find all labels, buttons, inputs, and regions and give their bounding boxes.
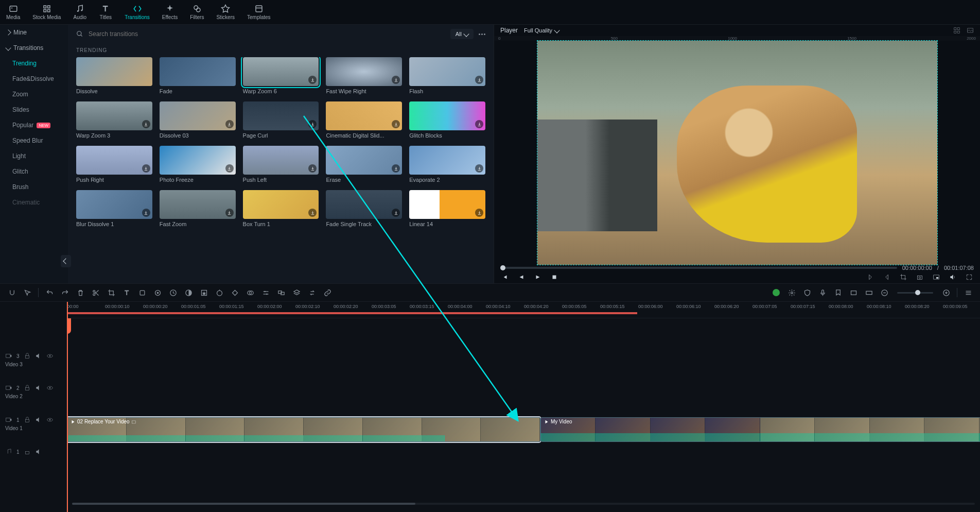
grid-2x2-icon[interactable] <box>953 27 960 34</box>
transition-item-cinematic-digital-slid[interactable]: Cinematic Digital Slid... <box>326 101 402 139</box>
track-header-video3[interactable]: 3 Video 3 <box>0 350 66 382</box>
download-icon[interactable] <box>308 164 317 173</box>
lock-icon[interactable] <box>24 352 31 360</box>
mic-icon[interactable] <box>816 286 829 299</box>
transition-thumb[interactable] <box>160 57 236 86</box>
transition-thumb[interactable] <box>160 146 236 175</box>
eye-icon[interactable] <box>46 384 54 391</box>
sidebar-item-popular[interactable]: PopularNEW <box>0 117 68 133</box>
zoom-slider[interactable] <box>897 292 933 294</box>
sidebar-item-light[interactable]: Light <box>0 148 68 164</box>
eye-icon[interactable] <box>46 416 54 423</box>
gear-icon[interactable] <box>785 286 798 299</box>
track-audio1[interactable] <box>67 446 980 460</box>
tab-media[interactable]: Media <box>0 0 26 24</box>
sidebar-item-speed-blur[interactable]: Speed Blur <box>0 133 68 148</box>
download-icon[interactable] <box>142 120 150 128</box>
playhead-handle[interactable] <box>67 318 71 334</box>
transition-thumb[interactable] <box>76 101 152 130</box>
shield-icon[interactable] <box>800 286 814 299</box>
fit-icon[interactable] <box>862 286 876 299</box>
search-input[interactable] <box>89 30 445 38</box>
mute-icon[interactable] <box>35 448 42 455</box>
transition-thumb[interactable] <box>326 146 402 175</box>
transition-thumb[interactable] <box>243 57 319 86</box>
clip-my-video[interactable]: My Video <box>540 417 980 442</box>
speed-icon[interactable] <box>166 286 180 299</box>
transition-item-photo-freeze[interactable]: Photo Freeze <box>160 146 236 183</box>
transition-item-linear-14[interactable]: Linear 14 <box>409 190 485 227</box>
video-preview[interactable] <box>494 41 980 265</box>
sidebar-item-brush[interactable]: Brush <box>0 179 68 195</box>
timer-icon[interactable] <box>213 286 226 299</box>
transition-thumb[interactable] <box>409 101 485 130</box>
download-icon[interactable] <box>308 76 317 84</box>
timeline-main[interactable]: 00:0000:00:00:1000:00:00:2000:00:01:0500… <box>67 302 980 512</box>
pip-icon[interactable] <box>932 272 941 282</box>
effect-icon[interactable] <box>197 286 211 299</box>
transition-item-warp-zoom-3[interactable]: Warp Zoom 3 <box>76 101 152 139</box>
transition-thumb[interactable] <box>76 146 152 175</box>
list-view-icon[interactable] <box>961 286 975 299</box>
text-tool-icon[interactable] <box>120 286 133 299</box>
hscroll-thumb[interactable] <box>72 503 415 505</box>
track-header-audio1[interactable]: 1 Audio 1 <box>0 446 66 460</box>
transition-thumb[interactable] <box>160 101 236 130</box>
play-reverse-button[interactable] <box>517 272 526 282</box>
transition-thumb[interactable] <box>76 190 152 219</box>
tab-audio[interactable]: Audio <box>67 0 93 24</box>
transition-thumb[interactable] <box>409 146 485 175</box>
redo-icon[interactable] <box>58 286 72 299</box>
transition-thumb[interactable] <box>243 101 319 130</box>
more-options-icon[interactable] <box>479 33 485 35</box>
sidebar-item-fade-dissolve[interactable]: Fade&Dissolve <box>0 71 68 87</box>
mask-icon[interactable] <box>243 286 257 299</box>
color-icon[interactable] <box>182 286 195 299</box>
tab-stickers[interactable]: Stickers <box>210 0 241 24</box>
tab-titles[interactable]: Titles <box>93 0 118 24</box>
delete-icon[interactable] <box>74 286 87 299</box>
sidebar-item-zoom[interactable]: Zoom <box>0 87 68 102</box>
quality-dropdown[interactable]: Full Quality <box>524 27 559 33</box>
transition-thumb[interactable] <box>409 57 485 86</box>
transition-thumb[interactable] <box>243 146 319 175</box>
mark-in-button[interactable] <box>866 272 875 282</box>
marker-icon[interactable] <box>831 286 845 299</box>
lock-icon[interactable] <box>24 384 31 391</box>
transition-thumb[interactable] <box>409 190 485 219</box>
timeline-ruler[interactable]: 00:0000:00:00:1000:00:00:2000:00:01:0500… <box>67 302 980 318</box>
lock-icon[interactable] <box>24 448 31 455</box>
sidebar-item-trending[interactable]: Trending <box>0 56 68 71</box>
download-icon[interactable] <box>475 76 483 84</box>
mark-out-button[interactable] <box>882 272 891 282</box>
crop-icon[interactable] <box>899 272 908 282</box>
download-icon[interactable] <box>392 164 400 173</box>
play-button[interactable] <box>533 272 542 282</box>
download-icon[interactable] <box>475 120 483 128</box>
crop-tool-icon[interactable] <box>104 286 118 299</box>
download-icon[interactable] <box>475 164 483 173</box>
tab-effects[interactable]: Effects <box>156 0 184 24</box>
transition-thumb[interactable] <box>160 190 236 219</box>
stop-button[interactable] <box>550 272 559 282</box>
transition-item-flash[interactable]: Flash <box>409 57 485 94</box>
transition-item-push-left[interactable]: Push Left <box>243 146 319 183</box>
undo-icon[interactable] <box>43 286 56 299</box>
zoom-in-icon[interactable] <box>939 286 953 299</box>
transition-item-dissolve-03[interactable]: Dissolve 03 <box>160 101 236 139</box>
transition-item-dissolve[interactable]: Dissolve <box>76 57 152 94</box>
tab-filters[interactable]: Filters <box>184 0 210 24</box>
transition-thumb[interactable] <box>326 101 402 130</box>
download-icon[interactable] <box>142 164 150 173</box>
fullscreen-icon[interactable] <box>965 272 974 282</box>
download-icon[interactable] <box>392 76 400 84</box>
transition-item-warp-zoom-6[interactable]: Warp Zoom 6 <box>243 57 319 94</box>
tab-transitions[interactable]: Transitions <box>118 0 156 24</box>
scissors-icon[interactable] <box>89 286 102 299</box>
transition-item-blur-dissolve-1[interactable]: Blur Dissolve 1 <box>76 190 152 227</box>
sidebar-section-transitions[interactable]: Transitions <box>0 40 68 56</box>
sidebar-item-slides[interactable]: Slides <box>0 102 68 117</box>
track-video1[interactable]: 02 Replace Your Video My Video <box>67 414 980 446</box>
mute-icon[interactable] <box>35 384 42 391</box>
tab-stock-media[interactable]: Stock Media <box>26 0 67 24</box>
